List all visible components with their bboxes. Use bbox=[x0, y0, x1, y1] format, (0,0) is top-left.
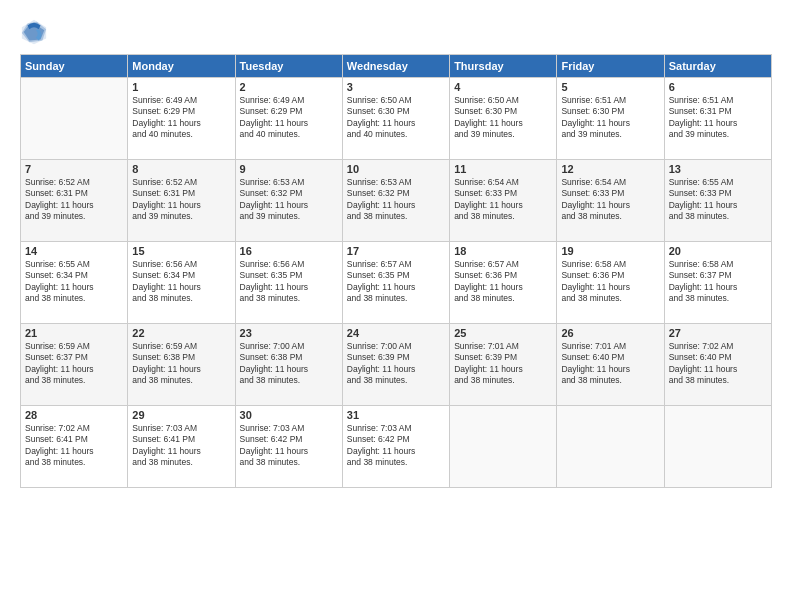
calendar-cell bbox=[557, 406, 664, 488]
logo bbox=[20, 18, 52, 46]
day-number: 27 bbox=[669, 327, 767, 339]
day-number: 6 bbox=[669, 81, 767, 93]
day-number: 24 bbox=[347, 327, 445, 339]
calendar-week-row: 1Sunrise: 6:49 AMSunset: 6:29 PMDaylight… bbox=[21, 78, 772, 160]
day-info: Sunrise: 6:49 AMSunset: 6:29 PMDaylight:… bbox=[240, 95, 338, 141]
calendar-cell bbox=[21, 78, 128, 160]
calendar-cell: 9Sunrise: 6:53 AMSunset: 6:32 PMDaylight… bbox=[235, 160, 342, 242]
day-number: 30 bbox=[240, 409, 338, 421]
day-info: Sunrise: 7:01 AMSunset: 6:39 PMDaylight:… bbox=[454, 341, 552, 387]
calendar-cell: 17Sunrise: 6:57 AMSunset: 6:35 PMDayligh… bbox=[342, 242, 449, 324]
day-info: Sunrise: 6:50 AMSunset: 6:30 PMDaylight:… bbox=[347, 95, 445, 141]
day-info: Sunrise: 7:03 AMSunset: 6:41 PMDaylight:… bbox=[132, 423, 230, 469]
calendar-cell: 20Sunrise: 6:58 AMSunset: 6:37 PMDayligh… bbox=[664, 242, 771, 324]
calendar-cell: 30Sunrise: 7:03 AMSunset: 6:42 PMDayligh… bbox=[235, 406, 342, 488]
day-info: Sunrise: 6:56 AMSunset: 6:34 PMDaylight:… bbox=[132, 259, 230, 305]
page: SundayMondayTuesdayWednesdayThursdayFrid… bbox=[0, 0, 792, 612]
calendar-table: SundayMondayTuesdayWednesdayThursdayFrid… bbox=[20, 54, 772, 488]
day-number: 26 bbox=[561, 327, 659, 339]
calendar-cell: 24Sunrise: 7:00 AMSunset: 6:39 PMDayligh… bbox=[342, 324, 449, 406]
day-number: 11 bbox=[454, 163, 552, 175]
col-header-monday: Monday bbox=[128, 55, 235, 78]
calendar-week-row: 7Sunrise: 6:52 AMSunset: 6:31 PMDaylight… bbox=[21, 160, 772, 242]
day-info: Sunrise: 6:50 AMSunset: 6:30 PMDaylight:… bbox=[454, 95, 552, 141]
day-number: 19 bbox=[561, 245, 659, 257]
day-number: 29 bbox=[132, 409, 230, 421]
day-info: Sunrise: 7:01 AMSunset: 6:40 PMDaylight:… bbox=[561, 341, 659, 387]
day-info: Sunrise: 6:55 AMSunset: 6:34 PMDaylight:… bbox=[25, 259, 123, 305]
day-number: 1 bbox=[132, 81, 230, 93]
day-number: 18 bbox=[454, 245, 552, 257]
col-header-saturday: Saturday bbox=[664, 55, 771, 78]
calendar-cell: 16Sunrise: 6:56 AMSunset: 6:35 PMDayligh… bbox=[235, 242, 342, 324]
header bbox=[20, 18, 772, 46]
day-info: Sunrise: 6:53 AMSunset: 6:32 PMDaylight:… bbox=[347, 177, 445, 223]
day-info: Sunrise: 6:52 AMSunset: 6:31 PMDaylight:… bbox=[132, 177, 230, 223]
day-info: Sunrise: 6:54 AMSunset: 6:33 PMDaylight:… bbox=[454, 177, 552, 223]
calendar-cell bbox=[450, 406, 557, 488]
calendar-cell: 10Sunrise: 6:53 AMSunset: 6:32 PMDayligh… bbox=[342, 160, 449, 242]
day-number: 12 bbox=[561, 163, 659, 175]
day-info: Sunrise: 6:49 AMSunset: 6:29 PMDaylight:… bbox=[132, 95, 230, 141]
calendar-cell: 13Sunrise: 6:55 AMSunset: 6:33 PMDayligh… bbox=[664, 160, 771, 242]
calendar-cell: 31Sunrise: 7:03 AMSunset: 6:42 PMDayligh… bbox=[342, 406, 449, 488]
day-info: Sunrise: 7:02 AMSunset: 6:41 PMDaylight:… bbox=[25, 423, 123, 469]
calendar-cell: 2Sunrise: 6:49 AMSunset: 6:29 PMDaylight… bbox=[235, 78, 342, 160]
day-number: 7 bbox=[25, 163, 123, 175]
day-number: 13 bbox=[669, 163, 767, 175]
calendar-header-row: SundayMondayTuesdayWednesdayThursdayFrid… bbox=[21, 55, 772, 78]
calendar-cell bbox=[664, 406, 771, 488]
col-header-wednesday: Wednesday bbox=[342, 55, 449, 78]
day-info: Sunrise: 6:58 AMSunset: 6:37 PMDaylight:… bbox=[669, 259, 767, 305]
calendar-cell: 7Sunrise: 6:52 AMSunset: 6:31 PMDaylight… bbox=[21, 160, 128, 242]
calendar-cell: 8Sunrise: 6:52 AMSunset: 6:31 PMDaylight… bbox=[128, 160, 235, 242]
day-info: Sunrise: 6:58 AMSunset: 6:36 PMDaylight:… bbox=[561, 259, 659, 305]
day-info: Sunrise: 6:51 AMSunset: 6:31 PMDaylight:… bbox=[669, 95, 767, 141]
col-header-thursday: Thursday bbox=[450, 55, 557, 78]
calendar-cell: 12Sunrise: 6:54 AMSunset: 6:33 PMDayligh… bbox=[557, 160, 664, 242]
day-info: Sunrise: 7:03 AMSunset: 6:42 PMDaylight:… bbox=[240, 423, 338, 469]
day-info: Sunrise: 6:53 AMSunset: 6:32 PMDaylight:… bbox=[240, 177, 338, 223]
calendar-cell: 14Sunrise: 6:55 AMSunset: 6:34 PMDayligh… bbox=[21, 242, 128, 324]
day-number: 25 bbox=[454, 327, 552, 339]
calendar-cell: 18Sunrise: 6:57 AMSunset: 6:36 PMDayligh… bbox=[450, 242, 557, 324]
calendar-cell: 1Sunrise: 6:49 AMSunset: 6:29 PMDaylight… bbox=[128, 78, 235, 160]
day-number: 4 bbox=[454, 81, 552, 93]
calendar-cell: 6Sunrise: 6:51 AMSunset: 6:31 PMDaylight… bbox=[664, 78, 771, 160]
day-info: Sunrise: 6:57 AMSunset: 6:36 PMDaylight:… bbox=[454, 259, 552, 305]
col-header-sunday: Sunday bbox=[21, 55, 128, 78]
day-number: 3 bbox=[347, 81, 445, 93]
day-number: 5 bbox=[561, 81, 659, 93]
day-number: 20 bbox=[669, 245, 767, 257]
calendar-cell: 26Sunrise: 7:01 AMSunset: 6:40 PMDayligh… bbox=[557, 324, 664, 406]
calendar-cell: 28Sunrise: 7:02 AMSunset: 6:41 PMDayligh… bbox=[21, 406, 128, 488]
calendar-week-row: 14Sunrise: 6:55 AMSunset: 6:34 PMDayligh… bbox=[21, 242, 772, 324]
calendar-cell: 27Sunrise: 7:02 AMSunset: 6:40 PMDayligh… bbox=[664, 324, 771, 406]
day-number: 17 bbox=[347, 245, 445, 257]
day-info: Sunrise: 7:00 AMSunset: 6:38 PMDaylight:… bbox=[240, 341, 338, 387]
day-info: Sunrise: 7:00 AMSunset: 6:39 PMDaylight:… bbox=[347, 341, 445, 387]
day-number: 15 bbox=[132, 245, 230, 257]
calendar-cell: 3Sunrise: 6:50 AMSunset: 6:30 PMDaylight… bbox=[342, 78, 449, 160]
day-info: Sunrise: 6:59 AMSunset: 6:38 PMDaylight:… bbox=[132, 341, 230, 387]
day-number: 14 bbox=[25, 245, 123, 257]
calendar-cell: 11Sunrise: 6:54 AMSunset: 6:33 PMDayligh… bbox=[450, 160, 557, 242]
calendar-cell: 22Sunrise: 6:59 AMSunset: 6:38 PMDayligh… bbox=[128, 324, 235, 406]
day-number: 2 bbox=[240, 81, 338, 93]
col-header-tuesday: Tuesday bbox=[235, 55, 342, 78]
calendar-cell: 21Sunrise: 6:59 AMSunset: 6:37 PMDayligh… bbox=[21, 324, 128, 406]
day-info: Sunrise: 6:54 AMSunset: 6:33 PMDaylight:… bbox=[561, 177, 659, 223]
day-number: 9 bbox=[240, 163, 338, 175]
calendar-cell: 25Sunrise: 7:01 AMSunset: 6:39 PMDayligh… bbox=[450, 324, 557, 406]
day-info: Sunrise: 6:59 AMSunset: 6:37 PMDaylight:… bbox=[25, 341, 123, 387]
calendar-week-row: 28Sunrise: 7:02 AMSunset: 6:41 PMDayligh… bbox=[21, 406, 772, 488]
calendar-week-row: 21Sunrise: 6:59 AMSunset: 6:37 PMDayligh… bbox=[21, 324, 772, 406]
calendar-cell: 4Sunrise: 6:50 AMSunset: 6:30 PMDaylight… bbox=[450, 78, 557, 160]
day-info: Sunrise: 7:02 AMSunset: 6:40 PMDaylight:… bbox=[669, 341, 767, 387]
calendar-cell: 29Sunrise: 7:03 AMSunset: 6:41 PMDayligh… bbox=[128, 406, 235, 488]
day-info: Sunrise: 6:52 AMSunset: 6:31 PMDaylight:… bbox=[25, 177, 123, 223]
day-info: Sunrise: 6:55 AMSunset: 6:33 PMDaylight:… bbox=[669, 177, 767, 223]
day-number: 21 bbox=[25, 327, 123, 339]
day-number: 22 bbox=[132, 327, 230, 339]
calendar-cell: 15Sunrise: 6:56 AMSunset: 6:34 PMDayligh… bbox=[128, 242, 235, 324]
